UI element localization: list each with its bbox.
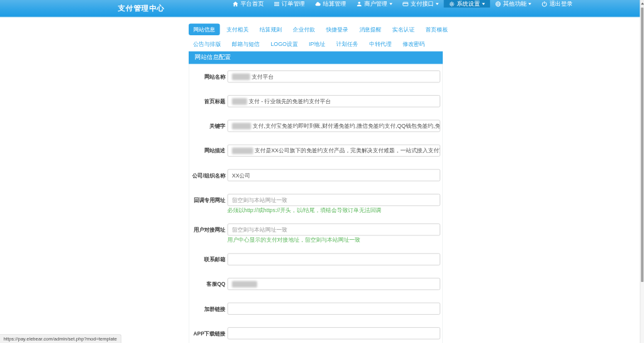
form-row-home-title: 首页标题支付 - 行业领先的免签约支付平台 [189,95,442,107]
tab-settlement-rules[interactable]: 结算规则 [255,24,287,35]
nav-item-label: 退出登录 [550,0,573,8]
gear-icon [449,1,455,7]
group-link-input[interactable] [228,303,440,315]
form-row-company-name: 公司/组织名称XX公司 [189,169,442,181]
globe-icon [495,1,501,7]
home-title-label: 首页标题 [189,95,226,107]
tab-cron-tasks[interactable]: 计划任务 [331,38,363,50]
site-name-value: 支付平台 [252,73,274,81]
form-row-site-description: 网站描述支付是XX公司旗下的免签约支付产品，完美解决支付难题，一站式接入支付宝，… [189,145,442,157]
company-name-value: XX公司 [232,171,250,179]
callback-url-input[interactable]: 留空则与本站网址一致 [228,194,440,206]
caret-down-icon [482,3,485,4]
form-row-user-api-url: 用户对接网址留空则与本站网址一致用户中心显示的支付对接地址，留空则与本站网址一致 [189,223,442,243]
redacted-text [232,123,251,129]
user-api-url-hint: 用户中心显示的支付对接地址，留空则与本站网址一致 [228,237,440,243]
app-download-link-label: APP下载链接 [189,327,226,339]
scrollbar-thumb[interactable] [641,8,643,282]
tab-payment-related[interactable]: 支付相关 [222,24,253,35]
panel-title: 网站信息配置 [189,52,443,64]
user-api-url-placeholder: 留空则与本站网址一致 [232,226,287,233]
home-icon [233,1,239,7]
nav-item-label: 结算管理 [323,0,347,8]
tab-enterprise-payment[interactable]: 企业付款 [288,24,319,35]
list-icon [274,1,280,7]
card-icon [402,1,409,7]
tab-ip-address[interactable]: IP地址 [304,38,330,50]
navbar-menu: 平台首页订单管理结算管理商户管理支付接口系统设置其他功能退出登录 [228,0,578,16]
settings-tabs-row-1: 网站信息支付相关结算规则企业付款快捷登录消息提醒实名认证首页模板 [189,24,644,35]
admin-page: 支付管理中心 平台首页订单管理结算管理商户管理支付接口系统设置其他功能退出登录 … [0,0,644,343]
app-download-link-input[interactable] [228,327,440,339]
group-link-label: 加群链接 [189,303,226,315]
site-info-panel: 网站信息配置 网站名称支付平台首页标题支付 - 行业领先的免签约支付平台关键字支… [189,52,443,343]
power-icon [541,1,548,7]
site-description-label: 网站描述 [189,145,226,157]
site-description-value: 支付是XX公司旗下的免签约支付产品，完美解决支付难题，一站式接入支付宝，微信 [255,147,440,154]
cloud-icon [315,1,321,7]
nav-item-platform-home[interactable]: 平台首页 [228,0,269,8]
keywords-input[interactable]: 支付,支付宝免签约即时到账,财付通免签约,微信免签约支付,QQ钱包免签约,免签约… [228,120,440,132]
nav-item-label: 商户管理 [364,0,387,8]
nav-item-label: 其他功能 [503,0,526,8]
triangle-up-icon [641,3,644,4]
nav-item-order-management[interactable]: 订单管理 [269,0,310,8]
home-title-input[interactable]: 支付 - 行业领先的免签约支付平台 [228,95,440,107]
status-url: https://pay.elebear.com/admin/set.php?mo… [4,336,117,342]
tab-change-password[interactable]: 修改密码 [398,38,430,50]
redacted-text [232,98,247,104]
nav-item-merchant-management[interactable]: 商户管理 [351,0,397,8]
tab-home-template[interactable]: 首页模板 [421,24,453,35]
company-name-input[interactable]: XX公司 [228,169,440,181]
tab-message-notify[interactable]: 消息提醒 [355,24,386,35]
contact-email-label: 联系邮箱 [189,253,226,265]
form-row-group-link: 加群链接 [189,303,442,315]
tab-announcement-layout[interactable]: 公告与排版 [189,38,225,50]
nav-item-label: 平台首页 [240,0,264,8]
company-name-label: 公司/组织名称 [189,169,226,181]
nav-item-logout[interactable]: 退出登录 [536,0,578,8]
contact-email-input[interactable] [228,253,440,265]
form-row-keywords: 关键字支付,支付宝免签约即时到账,财付通免签约,微信免签约支付,QQ钱包免签约,… [189,120,442,132]
tab-transit-proxy[interactable]: 中转代理 [365,38,396,50]
tab-quick-login[interactable]: 快捷登录 [321,24,353,35]
site-name-input[interactable]: 支付平台 [228,70,440,82]
tab-realname-auth[interactable]: 实名认证 [388,24,419,35]
keywords-value: 支付,支付宝免签约即时到账,财付通免签约,微信免签约支付,QQ钱包免签约,免签约… [253,122,440,130]
service-qq-input[interactable] [228,278,440,290]
user-api-url-label: 用户对接网址 [189,223,226,243]
home-title-value: 支付 - 行业领先的免签约支付平台 [248,98,331,105]
form-row-service-qq: 客服QQ [189,278,442,290]
user-api-url-input[interactable]: 留空则与本站网址一致 [228,223,440,235]
navbar-brand: 支付管理中心 [118,0,165,16]
tab-logo-settings[interactable]: LOGO设置 [266,38,302,50]
callback-url-label: 回调专用网址 [189,194,226,213]
form-row-site-name: 网站名称支付平台 [189,70,442,82]
top-navbar: 支付管理中心 平台首页订单管理结算管理商户管理支付接口系统设置其他功能退出登录 [0,0,644,17]
browser-status-bar: https://pay.elebear.com/admin/set.php?mo… [0,334,121,343]
scrollbar-up-button[interactable] [640,0,644,7]
nav-item-settlement-management[interactable]: 结算管理 [310,0,352,8]
keywords-label: 关键字 [189,120,226,132]
redacted-text [232,73,250,79]
callback-url-placeholder: 留空则与本站网址一致 [232,196,287,204]
nav-item-label: 支付接口 [411,0,434,8]
redacted-text [232,147,253,154]
caret-down-icon [528,3,531,4]
redacted-text [232,281,257,287]
tab-email-sms[interactable]: 邮箱与短信 [228,38,264,50]
form-row-callback-url: 回调专用网址留空则与本站网址一致必须以http://或https://开头，以/… [189,194,442,213]
form-row-contact-email: 联系邮箱 [189,253,442,265]
site-description-input[interactable]: 支付是XX公司旗下的免签约支付产品，完美解决支付难题，一站式接入支付宝，微信 [228,145,440,157]
nav-item-other-functions[interactable]: 其他功能 [490,0,536,8]
site-info-form: 网站名称支付平台首页标题支付 - 行业领先的免签约支付平台关键字支付,支付宝免签… [189,64,442,343]
nav-item-payment-api[interactable]: 支付接口 [397,0,444,8]
main-content: 网站信息支付相关结算规则企业付款快捷登录消息提醒实名认证首页模板 公告与排版邮箱… [0,24,644,343]
browser-scrollbar[interactable] [640,0,644,343]
tab-site-info[interactable]: 网站信息 [189,24,220,35]
nav-item-system-settings[interactable]: 系统设置 [444,0,491,8]
user-icon [356,1,362,7]
nav-item-label: 系统设置 [457,0,480,8]
form-row-app-download-link: APP下载链接 [189,327,442,339]
caret-down-icon [389,3,392,4]
